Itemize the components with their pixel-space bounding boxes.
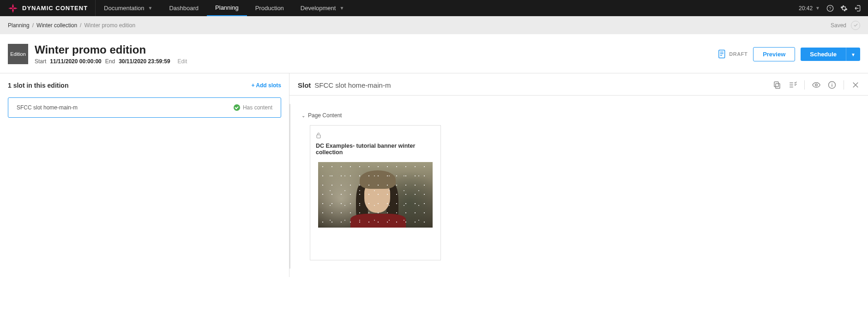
eye-icon[interactable] — [812, 81, 820, 89]
add-slots-button[interactable]: + Add slots — [251, 82, 281, 89]
end-value: 30/11/2020 23:59:59 — [119, 58, 170, 65]
nav-production-label: Production — [255, 5, 284, 12]
edition-title: Winter promo edition — [35, 43, 711, 56]
logout-icon[interactable] — [854, 5, 862, 12]
slot-status-text: Has content — [243, 104, 272, 111]
slot-card-status: Has content — [234, 104, 272, 111]
section-label: Page Content — [308, 112, 342, 119]
breadcrumb-planning[interactable]: Planning — [8, 22, 30, 29]
chevron-down-icon: ▼ — [815, 6, 820, 11]
preview-button[interactable]: Preview — [753, 47, 795, 61]
slot-count-row: 1 slot in this edition + Add slots — [8, 82, 281, 89]
edition-header: Edition Winter promo edition Start 11/11… — [0, 34, 868, 73]
draft-status: DRAFT — [718, 49, 747, 59]
breadcrumb-collection[interactable]: Winter collection — [36, 22, 77, 29]
svg-point-15 — [832, 83, 832, 84]
edit-dates-link[interactable]: Edit — [178, 58, 187, 65]
svg-text:?: ? — [829, 6, 832, 11]
content-card[interactable]: DC Examples- tutorial banner winter coll… — [310, 125, 441, 260]
nav-development-label: Development — [301, 5, 336, 12]
page-content-section: ⌄ Page Content DC Examples- tutorial ban… — [298, 112, 860, 260]
close-icon[interactable] — [851, 81, 860, 89]
svg-marker-0 — [12, 4, 14, 8]
svg-marker-3 — [8, 7, 13, 9]
topbar: DYNAMIC CONTENT Documentation ▼ Dashboar… — [0, 0, 868, 16]
saved-check-icon — [851, 21, 860, 30]
info-icon[interactable] — [828, 81, 836, 89]
breadcrumb-separator: / — [80, 22, 81, 29]
divider — [804, 80, 805, 90]
svg-marker-1 — [13, 7, 18, 9]
edition-dates: Start 11/11/2020 00:00:00 End 30/11/2020… — [35, 58, 711, 65]
nav-dashboard[interactable]: Dashboard — [161, 0, 207, 16]
brand-area[interactable]: DYNAMIC CONTENT — [0, 0, 96, 16]
nav-dashboard-label: Dashboard — [169, 5, 199, 12]
start-value: 11/11/2020 00:00:00 — [50, 58, 101, 65]
chevron-down-icon: ▼ — [339, 6, 344, 11]
slot-count-label: 1 slot in this edition — [8, 82, 68, 89]
gear-icon[interactable] — [840, 5, 848, 12]
svg-rect-11 — [774, 82, 778, 87]
nav-production[interactable]: Production — [247, 0, 292, 16]
draft-label: DRAFT — [729, 51, 747, 57]
slot-panel-header: Slot SFCC slot home-main-m — [289, 73, 868, 96]
breadcrumb-current: Winter promo edition — [84, 22, 135, 29]
svg-point-12 — [815, 84, 818, 86]
slot-panel-actions — [773, 80, 860, 90]
svg-marker-2 — [12, 8, 14, 13]
start-label: Start — [35, 58, 46, 65]
brand-name: DYNAMIC CONTENT — [22, 5, 88, 12]
divider — [844, 80, 844, 90]
svg-rect-10 — [776, 84, 780, 89]
check-circle-icon — [234, 104, 240, 111]
chevron-down-icon: ▼ — [148, 6, 153, 11]
edition-actions: DRAFT Preview Schedule ▼ — [718, 47, 860, 61]
breadcrumb-separator: / — [32, 22, 34, 29]
clock-time: 20:42 — [799, 5, 813, 12]
breadcrumb-bar: Planning / Winter collection / Winter pr… — [0, 16, 868, 34]
nav-development[interactable]: Development ▼ — [292, 0, 353, 16]
main-content: 1 slot in this edition + Add slots SFCC … — [0, 73, 868, 277]
checklist-icon[interactable] — [789, 81, 797, 89]
slot-panel-body: ⌄ Page Content DC Examples- tutorial ban… — [289, 96, 868, 277]
saved-label: Saved — [831, 22, 846, 29]
schedule-dropdown-button[interactable]: ▼ — [846, 48, 860, 61]
content-thumbnail — [318, 162, 433, 228]
chevron-down-icon: ⌄ — [301, 113, 305, 118]
help-icon[interactable]: ? — [826, 5, 834, 12]
slot-card-name: SFCC slot home-main-m — [17, 104, 234, 111]
lock-row — [316, 132, 436, 140]
slot-card[interactable]: SFCC slot home-main-m Has content — [8, 97, 281, 118]
schedule-button[interactable]: Schedule — [801, 48, 846, 61]
edition-info: Winter promo edition Start 11/11/2020 00… — [35, 43, 711, 65]
end-label: End — [105, 58, 115, 65]
document-icon — [718, 49, 726, 59]
brand-logo-icon — [7, 3, 18, 14]
nav-documentation[interactable]: Documentation ▼ — [96, 0, 161, 16]
unlock-icon — [316, 132, 321, 138]
nav-documentation-label: Documentation — [104, 5, 144, 12]
slot-panel-title: Slot — [298, 81, 311, 89]
slot-panel-name: SFCC slot home-main-m — [314, 81, 391, 89]
chevron-down-icon: ▼ — [851, 52, 856, 57]
copy-icon[interactable] — [773, 81, 781, 89]
nav-planning[interactable]: Planning — [207, 0, 247, 16]
clock[interactable]: 20:42 ▼ — [799, 5, 820, 12]
svg-rect-16 — [317, 135, 320, 138]
save-status: Saved — [831, 21, 860, 30]
edition-badge: Edition — [8, 44, 28, 64]
main-nav: Documentation ▼ Dashboard Planning Produ… — [96, 0, 352, 16]
nav-planning-label: Planning — [215, 4, 239, 11]
collapse-page-content[interactable]: ⌄ Page Content — [301, 112, 860, 119]
schedule-button-group: Schedule ▼ — [801, 48, 860, 61]
slot-detail-column: Slot SFCC slot home-main-m ⌄ Page Conten… — [289, 73, 868, 277]
topbar-right: 20:42 ▼ ? — [799, 5, 868, 12]
slots-column: 1 slot in this edition + Add slots SFCC … — [0, 73, 289, 277]
content-title: DC Examples- tutorial banner winter coll… — [315, 143, 436, 156]
